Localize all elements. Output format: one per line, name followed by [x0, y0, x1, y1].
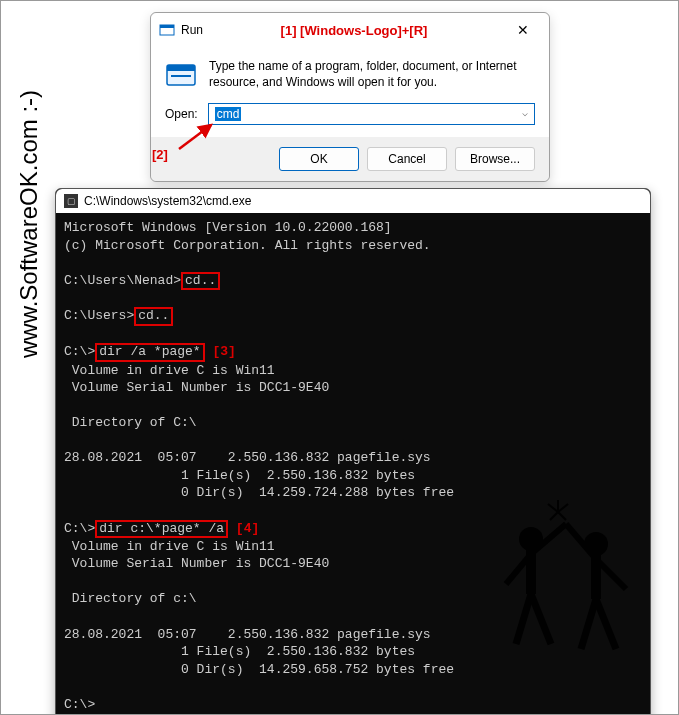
- svg-rect-4: [171, 75, 191, 77]
- cmd-title: C:\Windows\system32\cmd.exe: [84, 194, 251, 208]
- run-buttons: OK Cancel Browse...: [151, 137, 549, 181]
- chevron-down-icon[interactable]: ⌵: [522, 107, 528, 118]
- highlight-box: cd..: [134, 307, 173, 325]
- cancel-button[interactable]: Cancel: [367, 147, 447, 171]
- cmd-line: Directory of c:\: [64, 591, 197, 606]
- cmd-line: 0 Dir(s) 14.259.658.752 bytes free: [64, 662, 454, 677]
- run-icon: [159, 22, 175, 38]
- cmd-line: 28.08.2021 05:07 2.550.136.832 pagefile.…: [64, 627, 431, 642]
- open-input-value: cmd: [215, 107, 242, 121]
- watermark-left: www.SoftwareOK.com :-): [15, 89, 43, 357]
- cmd-line: Volume in drive C is Win11: [64, 363, 275, 378]
- cmd-prompt: C:\Users>: [64, 308, 134, 323]
- highlight-box: dir /a *page*: [95, 343, 204, 361]
- run-program-icon: [165, 59, 197, 91]
- cmd-line: 1 File(s) 2.550.136.832 bytes: [64, 644, 415, 659]
- run-title: Run: [181, 23, 203, 37]
- open-input[interactable]: cmd ⌵: [208, 103, 535, 125]
- cmd-prompt: C:\>: [64, 521, 95, 536]
- cmd-titlebar: ▢ C:\Windows\system32\cmd.exe: [56, 189, 650, 213]
- highlight-box: dir c:\*page* /a: [95, 520, 228, 538]
- cmd-line: Microsoft Windows [Version 10.0.22000.16…: [64, 220, 392, 235]
- run-dialog: Run [1] [Windows-Logo]+[R] ✕ Type the na…: [150, 12, 550, 182]
- highlight-box: cd..: [181, 272, 220, 290]
- cmd-line: 0 Dir(s) 14.259.724.288 bytes free: [64, 485, 454, 500]
- terminal-icon: ▢: [64, 194, 78, 208]
- browse-button[interactable]: Browse...: [455, 147, 535, 171]
- cmd-window: ▢ C:\Windows\system32\cmd.exe Microsoft …: [55, 188, 651, 715]
- ok-button[interactable]: OK: [279, 147, 359, 171]
- cmd-line: Directory of C:\: [64, 415, 197, 430]
- open-label: Open:: [165, 107, 198, 121]
- cmd-prompt: C:\>: [64, 344, 95, 359]
- cmd-line: Volume Serial Number is DCC1-9E40: [64, 380, 329, 395]
- run-body: Type the name of a program, folder, docu…: [151, 47, 549, 99]
- cmd-line: 28.08.2021 05:07 2.550.136.832 pagefile.…: [64, 450, 431, 465]
- cmd-line: Volume in drive C is Win11: [64, 539, 275, 554]
- svg-rect-3: [167, 65, 195, 71]
- run-description: Type the name of a program, folder, docu…: [209, 59, 535, 91]
- cmd-prompt: C:\>: [64, 697, 95, 712]
- annotation-1: [1] [Windows-Logo]+[R]: [203, 23, 505, 38]
- run-input-row: Open: cmd ⌵: [151, 99, 549, 137]
- svg-rect-1: [160, 25, 174, 28]
- annotation-2: [2]: [152, 147, 168, 162]
- annotation-4: [4]: [236, 521, 259, 536]
- run-titlebar: Run [1] [Windows-Logo]+[R] ✕: [151, 13, 549, 47]
- cmd-line: (c) Microsoft Corporation. All rights re…: [64, 238, 431, 253]
- annotation-3: [3]: [212, 344, 235, 359]
- close-button[interactable]: ✕: [505, 19, 541, 41]
- cmd-body[interactable]: Microsoft Windows [Version 10.0.22000.16…: [56, 213, 650, 715]
- cmd-line: Volume Serial Number is DCC1-9E40: [64, 556, 329, 571]
- cmd-line: 1 File(s) 2.550.136.832 bytes: [64, 468, 415, 483]
- cmd-prompt: C:\Users\Nenad>: [64, 273, 181, 288]
